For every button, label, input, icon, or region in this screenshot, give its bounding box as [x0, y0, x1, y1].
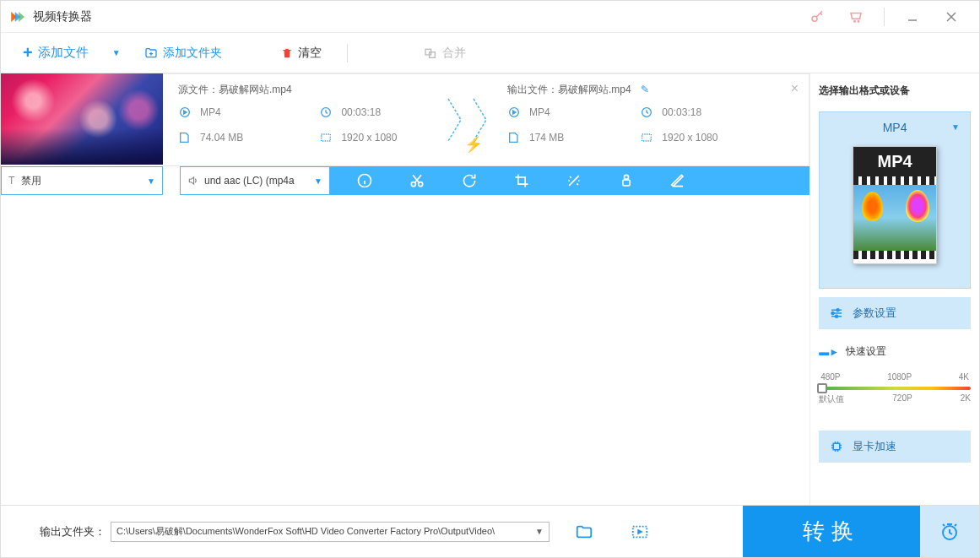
browse-folder-button[interactable]: [575, 523, 593, 541]
info-button[interactable]: [355, 171, 374, 190]
conversion-arrow: ⚡: [440, 83, 507, 157]
minimize-button[interactable]: [893, 1, 932, 33]
edit-filename-button[interactable]: ✎: [641, 84, 649, 95]
key-icon[interactable]: [798, 1, 837, 33]
gpu-label: 显卡加速: [853, 439, 896, 454]
app-title: 视频转换器: [33, 9, 92, 24]
divider: [347, 44, 348, 62]
output-folder-label: 输出文件夹：: [40, 524, 106, 539]
subtitle-select[interactable]: T 禁用 ▼: [1, 166, 163, 195]
output-format-card[interactable]: MP4 ▼ MP4: [819, 111, 971, 289]
svg-point-0: [812, 16, 817, 21]
rotate-button[interactable]: [460, 171, 479, 190]
gpu-acceleration-button[interactable]: 显卡加速: [819, 431, 971, 463]
clock-icon: [640, 106, 653, 119]
chevron-down-icon: ▼: [314, 176, 322, 186]
output-filename: 易破解网站.mp4: [558, 84, 631, 95]
parameter-settings-button[interactable]: 参数设置: [819, 297, 971, 329]
settings-icon: [829, 306, 844, 321]
merge-button: 合并: [415, 41, 474, 66]
source-info: 源文件：易破解网站.mp4 MP4 74.04 MB 00:03:18 1920…: [178, 83, 440, 157]
add-folder-button[interactable]: 添加文件夹: [136, 41, 230, 66]
source-format: MP4: [200, 106, 221, 118]
add-file-button[interactable]: + 添加文件: [14, 38, 97, 68]
svg-rect-15: [623, 180, 630, 186]
open-output-button[interactable]: [631, 523, 649, 541]
text-icon: T: [8, 175, 14, 187]
convert-label: 转换: [803, 517, 860, 546]
clock-icon: [319, 106, 333, 119]
slider-thumb[interactable]: [817, 383, 827, 393]
source-label: 源文件：: [178, 84, 219, 95]
format-name: MP4: [828, 121, 961, 134]
arrow-icon: ▬►: [819, 346, 839, 358]
svg-rect-20: [833, 443, 840, 450]
clear-label: 清空: [298, 46, 322, 61]
params-label: 参数设置: [853, 306, 896, 321]
convert-button[interactable]: 转换: [743, 506, 920, 558]
format-preview-icon: MP4: [853, 146, 937, 264]
trash-icon: [281, 46, 293, 60]
slider-label: 480P: [820, 372, 840, 382]
source-filename: 易破解网站.mp4: [219, 84, 292, 95]
chevron-down-icon: ▼: [147, 176, 155, 186]
svg-point-18: [831, 312, 834, 315]
bolt-icon: ⚡: [464, 135, 483, 154]
output-resolution: 1920 x 1080: [662, 132, 717, 144]
merge-label: 合并: [442, 46, 466, 61]
sidebar-title: 选择输出格式或设备: [819, 84, 971, 98]
source-duration: 00:03:18: [341, 106, 381, 118]
output-info: 输出文件：易破解网站.mp4 ✎ MP4 174 MB 00:03:18 192…: [507, 83, 769, 157]
bottom-bar: 输出文件夹： C:\Users\易破解\Documents\WonderFox …: [1, 505, 979, 557]
svg-rect-8: [322, 134, 331, 141]
resolution-icon: [640, 131, 653, 144]
app-logo-icon: [9, 9, 24, 24]
slider-label: 1080P: [887, 372, 912, 382]
audio-select[interactable]: und aac (LC) (mp4a ▼: [180, 166, 330, 195]
divider: [884, 8, 885, 26]
watermark-button[interactable]: [617, 171, 636, 190]
resolution-icon: [319, 131, 333, 144]
edit-toolbar: [330, 166, 809, 195]
slider-label: 4K: [959, 372, 969, 382]
remove-file-button[interactable]: ×: [791, 81, 799, 96]
output-label: 输出文件：: [507, 84, 558, 95]
subtitle-value: 禁用: [21, 174, 41, 188]
svg-point-17: [837, 309, 839, 312]
output-format: MP4: [529, 106, 550, 118]
schedule-button[interactable]: [920, 506, 979, 558]
output-path-input[interactable]: C:\Users\易破解\Documents\WonderFox Soft\HD…: [111, 522, 550, 542]
file-icon: [178, 131, 192, 144]
crop-button[interactable]: [512, 171, 531, 190]
clear-button[interactable]: 清空: [273, 41, 330, 66]
plus-icon: +: [23, 43, 33, 62]
chevron-down-icon: ▼: [951, 122, 960, 132]
merge-icon: [424, 46, 437, 60]
slider-label: 默认值: [819, 393, 844, 405]
format-icon: [507, 106, 521, 119]
svg-rect-11: [642, 134, 652, 141]
slider-label: 720P: [892, 393, 912, 405]
file-row: × 源文件：易破解网站.mp4 MP4 74.04 MB 00:03:18 19…: [1, 73, 809, 166]
slider-label: 2K: [961, 393, 971, 405]
svg-point-19: [836, 315, 838, 317]
speaker-icon: [187, 175, 199, 187]
source-resolution: 1920 x 1080: [341, 132, 397, 144]
edit-button[interactable]: [669, 171, 688, 190]
video-thumbnail[interactable]: [1, 73, 163, 165]
effects-button[interactable]: [565, 171, 583, 190]
close-button[interactable]: [932, 1, 971, 33]
sidebar: 选择输出格式或设备 MP4 ▼ MP4 参数设置 ▬► 快速设置 480P 10: [810, 73, 979, 505]
format-icon: [178, 106, 192, 119]
title-bar: 视频转换器: [1, 1, 979, 33]
add-file-dropdown[interactable]: ▼: [106, 48, 127, 57]
quality-slider[interactable]: 480P 1080P 4K 默认值 720P 2K: [819, 372, 971, 405]
cut-button[interactable]: [408, 171, 426, 190]
source-size: 74.04 MB: [200, 132, 243, 144]
svg-point-16: [625, 175, 629, 179]
output-duration: 00:03:18: [662, 106, 701, 118]
chip-icon: [829, 439, 844, 454]
cart-icon[interactable]: [837, 1, 875, 33]
output-size: 174 MB: [529, 132, 564, 144]
add-file-label: 添加文件: [38, 45, 89, 61]
